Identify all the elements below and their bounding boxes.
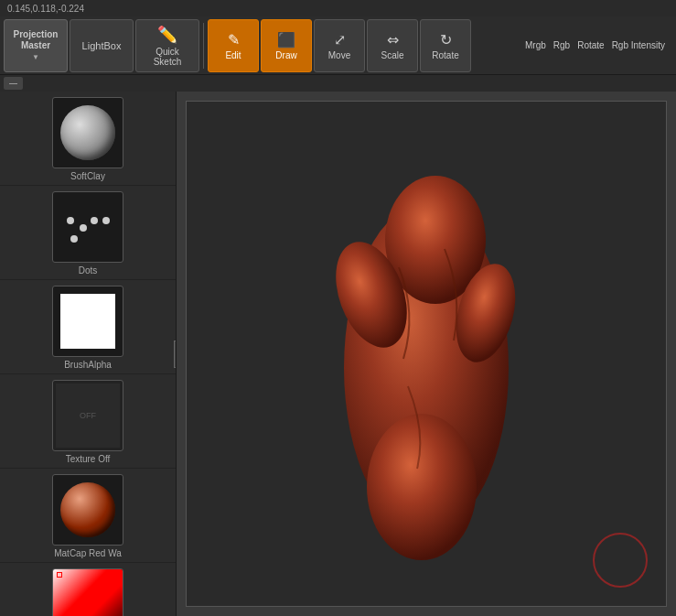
draw-icon: ⬛ <box>277 31 295 49</box>
texture-off-thumb-container: OFF <box>52 380 123 451</box>
coord-bar: 0.145,0.118,-0.224 <box>0 0 676 16</box>
svg-point-2 <box>91 217 98 224</box>
matcap-thumb-container <box>52 474 123 546</box>
quick-sketch-icon: ✏️ <box>157 25 177 45</box>
sidebar: SoftClay Dots BrushAlpha <box>0 92 177 616</box>
dots-svg <box>56 202 120 253</box>
main-content: SoftClay Dots BrushAlpha <box>0 92 676 616</box>
draw-button[interactable]: ⬛ Draw <box>261 19 312 72</box>
projection-master-label: Projection Master <box>14 29 59 51</box>
scale-label: Scale <box>381 50 403 60</box>
toolbar-right: Mrgb Rgb Rotate Rgb Intensity <box>525 40 672 50</box>
viewport <box>177 92 676 616</box>
rotate-right-label: Rotate <box>577 40 604 50</box>
texture-off-visual: OFF <box>56 384 120 448</box>
rotate-icon: ↻ <box>440 31 452 49</box>
dots-thumb <box>52 191 123 263</box>
sculpture-svg <box>317 130 536 578</box>
projection-master-button[interactable]: Projection Master ▼ <box>4 19 68 72</box>
quick-sketch-button[interactable]: ✏️ Quick Sketch <box>135 19 199 72</box>
svg-point-3 <box>102 217 110 224</box>
sidebar-item-matcap[interactable]: MatCap Red Wa <box>0 469 176 563</box>
texture-off-label: Texture Off <box>66 454 111 464</box>
viewport-inner <box>186 101 667 607</box>
svg-point-0 <box>70 235 78 243</box>
rotate-label: Rotate <box>432 50 458 60</box>
rgb-label: Rgb <box>553 40 570 50</box>
rgb-intensity-label: Rgb Intensity <box>612 40 665 50</box>
gradient-visual <box>53 568 123 616</box>
brush-alpha-visual <box>60 294 115 349</box>
sidebar-item-dots[interactable]: Dots <box>0 186 176 280</box>
rotate-button[interactable]: ↻ Rotate <box>420 19 471 72</box>
scale-icon: ⇔ <box>387 31 399 49</box>
svg-point-9 <box>367 414 477 560</box>
move-icon: ⤢ <box>334 31 346 49</box>
brush-alpha-thumb <box>52 286 123 357</box>
sidebar-item-gradient[interactable]: Gradient <box>0 563 176 616</box>
gradient-thumb <box>52 568 123 616</box>
edit-button[interactable]: ✎ Edit <box>208 19 259 72</box>
quick-sketch-label: Quick Sketch <box>154 47 182 67</box>
lightbox-label: LightBox <box>82 40 122 51</box>
sidebar-item-brush-alpha[interactable]: BrushAlpha <box>0 280 176 374</box>
draw-label: Draw <box>275 50 296 60</box>
mrgb-label: Mrgb <box>525 40 546 50</box>
rgb-item: Rgb <box>553 40 570 50</box>
sidebar-item-softclay[interactable]: SoftClay <box>0 92 176 186</box>
dots-label: Dots <box>79 265 98 276</box>
matcap-label: MatCap Red Wa <box>54 548 122 558</box>
toolbar-divider-1 <box>203 23 204 69</box>
svg-point-4 <box>67 217 74 224</box>
edit-icon: ✎ <box>228 31 240 49</box>
rotate-icon-item: Rotate <box>577 40 604 50</box>
sculpture-container <box>187 102 666 606</box>
red-circle-decoration <box>593 533 648 588</box>
svg-point-1 <box>80 224 87 232</box>
sidebar-item-texture-off[interactable]: OFF Texture Off <box>0 374 176 469</box>
lightbox-button[interactable]: LightBox <box>70 19 134 72</box>
scale-button[interactable]: ⇔ Scale <box>367 19 418 72</box>
move-label: Move <box>328 50 350 60</box>
edit-label: Edit <box>225 50 241 60</box>
mrgb-item: Mrgb <box>525 40 546 50</box>
brush-alpha-label: BrushAlpha <box>64 360 112 370</box>
move-button[interactable]: ⤢ Move <box>314 19 365 72</box>
sub-toolbar-btn[interactable]: — <box>4 77 23 90</box>
matcap-visual <box>60 482 115 537</box>
gradient-marker <box>57 572 62 578</box>
coord-text: 0.145,0.118,-0.224 <box>7 4 84 14</box>
rgb-intensity-item: Rgb Intensity <box>612 40 665 50</box>
softclay-label: SoftClay <box>70 171 105 181</box>
sub-toolbar: — <box>0 75 676 92</box>
main-toolbar: Projection Master ▼ LightBox ✏️ Quick Sk… <box>0 16 676 75</box>
softclay-thumb <box>52 97 123 168</box>
clay-ball-visual <box>60 105 115 160</box>
